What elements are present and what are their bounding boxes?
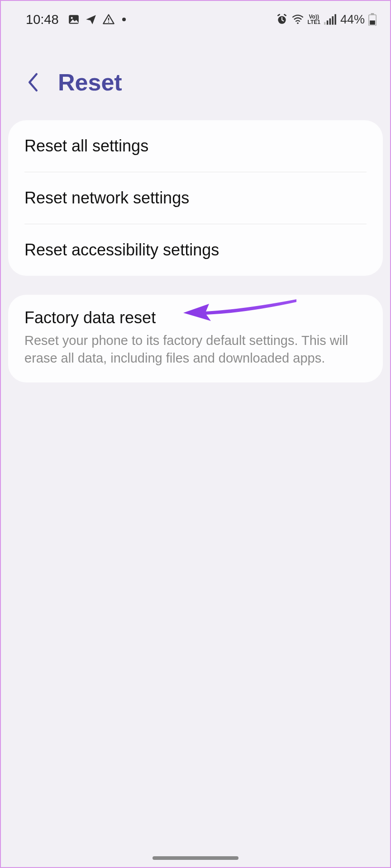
picture-icon: [68, 14, 80, 25]
warning-triangle-icon: [102, 13, 115, 26]
list-item-label: Factory data reset: [24, 308, 367, 327]
svg-rect-16: [370, 20, 375, 24]
battery-percent: 44%: [340, 13, 365, 27]
factory-reset-group: Factory data reset Reset your phone to i…: [8, 295, 383, 382]
factory-data-reset-item[interactable]: Factory data reset Reset your phone to i…: [8, 295, 383, 382]
home-indicator[interactable]: [153, 856, 238, 860]
volte-icon: Vo)) LTE1: [308, 14, 320, 25]
svg-point-1: [71, 17, 72, 19]
paper-plane-icon: [85, 14, 97, 25]
svg-rect-15: [371, 13, 374, 15]
list-item-description: Reset your phone to its factory default …: [24, 332, 367, 367]
alarm-icon: [276, 14, 288, 25]
svg-point-8: [297, 22, 299, 24]
svg-rect-13: [334, 14, 336, 24]
list-item-label: Reset all settings: [24, 137, 367, 156]
svg-rect-11: [329, 19, 331, 25]
svg-line-7: [284, 14, 286, 15]
battery-icon: [368, 13, 377, 26]
notification-dot-icon: [122, 18, 126, 21]
reset-accessibility-settings-item[interactable]: Reset accessibility settings: [8, 224, 383, 276]
svg-rect-9: [324, 22, 326, 25]
reset-options-group: Reset all settings Reset network setting…: [8, 120, 383, 276]
svg-rect-10: [327, 20, 329, 24]
status-right: Vo)) LTE1 44%: [276, 13, 377, 27]
wifi-icon: [291, 14, 304, 25]
page-title: Reset: [58, 69, 122, 96]
status-left: 10:48: [26, 12, 126, 27]
list-item-label: Reset network settings: [24, 189, 367, 208]
list-item-label: Reset accessibility settings: [24, 241, 367, 259]
page-header: Reset: [1, 33, 390, 114]
reset-network-settings-item[interactable]: Reset network settings: [8, 172, 383, 224]
reset-all-settings-item[interactable]: Reset all settings: [8, 120, 383, 172]
svg-line-6: [278, 14, 279, 15]
svg-rect-12: [332, 16, 334, 25]
status-bar: 10:48 Vo)) LTE1 44%: [1, 1, 390, 33]
status-time: 10:48: [26, 12, 59, 27]
back-button[interactable]: [26, 72, 40, 92]
svg-point-4: [108, 22, 109, 23]
signal-icon: [324, 14, 337, 25]
chevron-left-icon: [26, 72, 40, 92]
